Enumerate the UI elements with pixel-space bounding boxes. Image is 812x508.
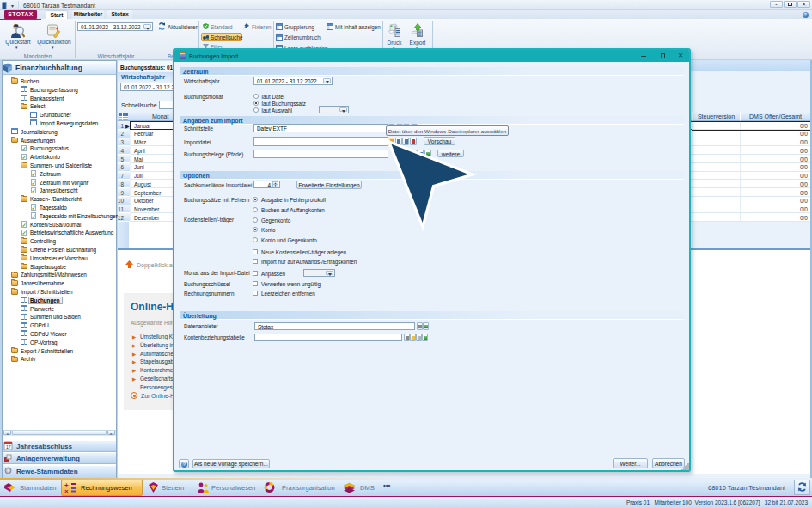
svg-text:17: 17 <box>6 444 11 450</box>
svg-text:×: × <box>64 487 69 493</box>
